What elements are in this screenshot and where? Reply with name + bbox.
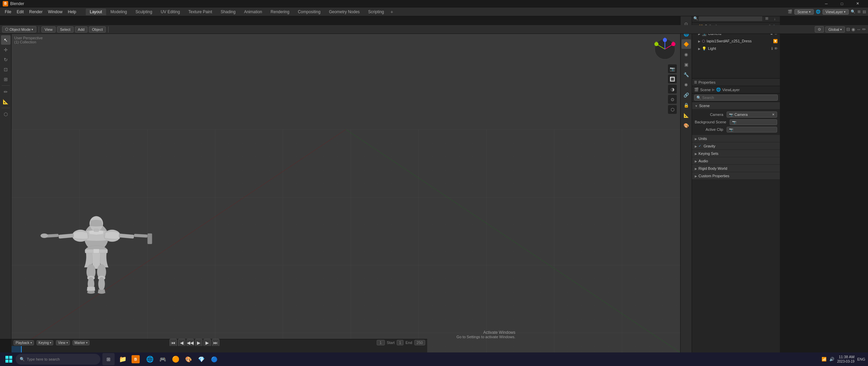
- object-menu-button[interactable]: Object: [89, 26, 106, 33]
- scene-breadcrumb[interactable]: Scene: [700, 88, 711, 92]
- tab-layout[interactable]: Layout: [86, 8, 106, 15]
- rigid-body-header[interactable]: Rigid Body World: [692, 165, 780, 172]
- tab-texture-paint[interactable]: Texture Paint: [184, 8, 216, 15]
- units-section-header[interactable]: Units: [692, 135, 780, 142]
- outliner-light-item[interactable]: 💡 Light ℹ 👁: [696, 45, 780, 52]
- app6-taskbar[interactable]: 💎: [195, 353, 208, 365]
- tab-uv-editing[interactable]: UV Editing: [157, 8, 184, 15]
- custom-props-header[interactable]: Custom Properties: [692, 172, 780, 180]
- task-view-button[interactable]: ⊞: [102, 353, 115, 365]
- global-transform-button[interactable]: Global ▾: [825, 26, 845, 33]
- separator-2: [108, 26, 108, 33]
- close-button[interactable]: ✕: [850, 0, 865, 7]
- chrome-taskbar[interactable]: 🌐: [144, 353, 156, 365]
- gravity-check[interactable]: ✓: [698, 144, 701, 148]
- gravity-section-header[interactable]: ✓ Gravity: [692, 142, 780, 150]
- constraints-properties-icon[interactable]: 🔒: [682, 100, 691, 110]
- viewport-3d[interactable]: User Perspective (1) Collection: [12, 34, 680, 352]
- playback-menu[interactable]: Playback ▾: [14, 340, 34, 345]
- camera-view-icon[interactable]: 📷: [668, 64, 677, 73]
- minimize-button[interactable]: ─: [818, 0, 834, 7]
- steam-taskbar[interactable]: 🎮: [157, 353, 169, 365]
- object-mode-button[interactable]: ⬡ Object Mode ▾: [2, 26, 36, 33]
- light-vis-toggle[interactable]: 👁: [774, 46, 778, 51]
- render-view-icon[interactable]: 🔳: [668, 75, 677, 83]
- menu-help[interactable]: Help: [65, 9, 79, 15]
- blender-taskbar[interactable]: B: [130, 353, 142, 365]
- measure-tool[interactable]: 📐: [1, 97, 11, 106]
- scene-selector[interactable]: Scene ▾: [794, 9, 814, 15]
- file-explorer-taskbar[interactable]: 📁: [117, 353, 129, 365]
- move-tool[interactable]: ✛: [1, 45, 11, 55]
- filter-sort[interactable]: ↓: [771, 16, 778, 22]
- scale-tool[interactable]: ⊡: [1, 65, 11, 74]
- props-search-input[interactable]: [694, 95, 778, 101]
- tab-animation[interactable]: Animation: [240, 8, 266, 15]
- viewlayer-breadcrumb[interactable]: ViewLayer: [722, 88, 739, 92]
- select-menu-button[interactable]: Select: [57, 26, 74, 33]
- view-menu[interactable]: View ▾: [56, 340, 70, 345]
- keying-sets-header[interactable]: Keying Sets: [692, 150, 780, 157]
- bg-scene-value[interactable]: 📷: [730, 119, 777, 125]
- select-tool[interactable]: ↖: [1, 35, 11, 45]
- menu-render[interactable]: Render: [26, 9, 45, 15]
- app5-taskbar[interactable]: 🎨: [182, 353, 195, 365]
- menu-edit[interactable]: Edit: [14, 9, 26, 15]
- maximize-button[interactable]: □: [834, 0, 850, 7]
- tab-shading[interactable]: Shading: [217, 8, 240, 15]
- menu-file[interactable]: File: [2, 9, 14, 15]
- start-frame-input[interactable]: 1: [397, 340, 403, 345]
- tab-geometry-nodes[interactable]: Geometry Nodes: [325, 8, 364, 15]
- end-frame-input[interactable]: 250: [414, 340, 425, 345]
- tab-sculpting[interactable]: Sculpting: [132, 8, 156, 15]
- scene-section-header[interactable]: Scene: [692, 102, 780, 109]
- tab-scripting[interactable]: Scripting: [364, 8, 388, 15]
- marker-menu[interactable]: Marker ▾: [73, 340, 90, 345]
- current-frame-display[interactable]: 1: [377, 340, 385, 345]
- play-button[interactable]: ▶: [195, 339, 202, 346]
- transform-pivot-button[interactable]: ⊙: [815, 26, 824, 33]
- material-properties-icon[interactable]: 🎨: [682, 121, 691, 130]
- object-data-properties-icon[interactable]: 📐: [682, 110, 691, 120]
- dress-vis-toggle[interactable]: 🔽: [773, 39, 778, 43]
- camera-prop-value[interactable]: 📷 Camera ✕: [727, 111, 777, 118]
- modifier-properties-icon[interactable]: 🔧: [682, 70, 691, 79]
- transform-tool[interactable]: ⊞: [1, 75, 11, 84]
- app4-taskbar[interactable]: 🟠: [170, 353, 182, 365]
- annotate-tool[interactable]: ✏: [1, 87, 11, 97]
- physics-properties-icon[interactable]: 🔗: [682, 90, 691, 100]
- start-button[interactable]: [3, 353, 15, 365]
- jump-end-button[interactable]: ⏭: [212, 339, 219, 346]
- clock-area[interactable]: 11:38 AM 2023-03-19: [837, 355, 854, 363]
- tab-rendering[interactable]: Rendering: [267, 8, 293, 15]
- rotate-tool[interactable]: ↻: [1, 55, 11, 64]
- add-menu-button[interactable]: Add: [75, 26, 88, 33]
- object-properties-icon[interactable]: ▣: [682, 60, 691, 69]
- viewport-overlays-icon[interactable]: ⬡: [668, 105, 677, 114]
- app7-taskbar[interactable]: 🔵: [208, 353, 220, 365]
- prev-keyframe-button[interactable]: ◀: [178, 339, 185, 346]
- audio-section-header[interactable]: Audio: [692, 157, 780, 165]
- add-cube-tool[interactable]: ⬡: [1, 109, 11, 119]
- outliner-search[interactable]: [699, 16, 762, 21]
- play-reverse-button[interactable]: ◀◀: [186, 339, 194, 346]
- scene-section: Scene Camera 📷 Camera ✕ Background Scene…: [692, 102, 780, 135]
- scene-properties-icon[interactable]: 🔶: [682, 39, 691, 49]
- outliner-dress-item[interactable]: ⬡ lapis1SwrdAF_c251_Dress 🔽: [696, 37, 780, 45]
- viewlayer-selector[interactable]: ViewLayer ▾: [823, 9, 849, 15]
- viewport-shading-icon[interactable]: ⊙: [668, 95, 677, 104]
- add-workspace-button[interactable]: +: [389, 8, 395, 15]
- tab-modeling[interactable]: Modeling: [106, 8, 131, 15]
- shading-toggle-icon[interactable]: ◑: [668, 85, 677, 94]
- keying-menu[interactable]: Keying ▾: [37, 340, 54, 345]
- view-menu-button[interactable]: View: [41, 26, 56, 33]
- filter-toggle[interactable]: ⊞: [763, 16, 770, 22]
- next-keyframe-button[interactable]: ▶: [203, 339, 211, 346]
- taskbar-search[interactable]: 🔍 Type here to search: [16, 354, 100, 365]
- jump-start-button[interactable]: ⏮: [170, 339, 177, 346]
- particles-properties-icon[interactable]: ✱: [682, 80, 691, 89]
- active-clip-value[interactable]: 📷: [727, 127, 777, 133]
- menu-window[interactable]: Window: [45, 9, 65, 15]
- world-properties-icon[interactable]: ◉: [682, 49, 691, 59]
- tab-compositing[interactable]: Compositing: [294, 8, 324, 15]
